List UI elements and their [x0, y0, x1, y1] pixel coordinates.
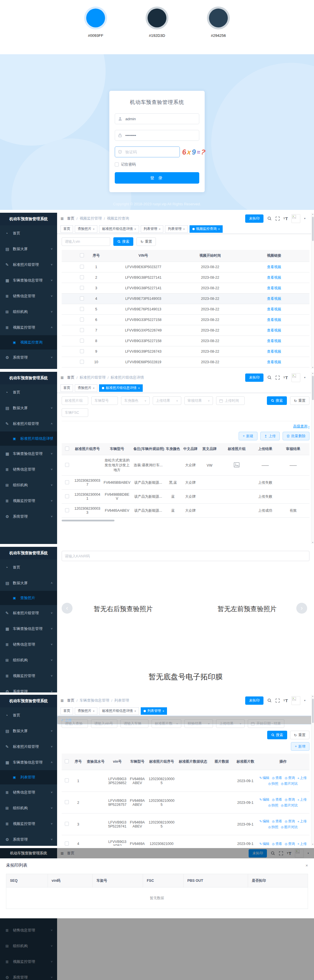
caret-down-icon[interactable]: ▾ — [304, 376, 305, 379]
caret-down-icon[interactable]: ▾ — [304, 699, 305, 702]
scroll-up-icon[interactable]: ▲ — [312, 213, 314, 215]
photo-link[interactable]: ◎拍照 — [268, 781, 278, 786]
breadcrumb-item[interactable]: 首页 — [67, 851, 75, 856]
vertical-scrollbar[interactable]: ▲▼ — [311, 695, 314, 846]
select-all-checkbox[interactable] — [65, 447, 69, 450]
sidebar-item-data-screen[interactable]: ▤ 数据大屏 ∨ — [0, 241, 57, 257]
pic-count-select[interactable]: 标准图片数∨ — [152, 719, 181, 728]
edit-link[interactable]: ✎编辑 — [260, 819, 270, 824]
sidebar-item-std-photo[interactable]: ✎ 标准照片组管理 ∨ — [0, 257, 57, 272]
tab-home[interactable]: 首页 — [60, 707, 73, 715]
row-checkbox[interactable] — [65, 822, 69, 826]
date-range-picker[interactable]: 开始日期 - 结束日期 — [248, 719, 284, 728]
font-size-icon[interactable]: T — [284, 375, 288, 380]
sidebar-item-org[interactable]: ⊞组织机构∨ — [0, 938, 57, 954]
view-video-link[interactable]: 查看视频 — [267, 360, 281, 364]
fullscreen-icon[interactable] — [276, 698, 280, 703]
search-icon[interactable] — [267, 698, 272, 703]
collapse-menu-icon[interactable]: ≡ — [60, 698, 63, 703]
audit-result-select[interactable]: 审核结果∨ — [184, 396, 213, 405]
caret-down-icon[interactable]: ▾ — [308, 852, 309, 854]
row-checkbox[interactable] — [80, 328, 84, 332]
row-checkbox[interactable] — [65, 480, 69, 484]
query-link[interactable]: ◎查询 — [285, 819, 295, 824]
view-video-link[interactable]: 查看视频 — [267, 286, 281, 290]
view-video-link[interactable]: 查看视频 — [267, 307, 281, 311]
fullscreen-icon[interactable] — [279, 851, 283, 856]
new-button[interactable]: +新建 — [239, 432, 257, 440]
view-video-link[interactable]: 查看视频 — [267, 265, 281, 269]
reset-button[interactable]: ↻重置 — [290, 396, 309, 405]
tab-video-query[interactable]: 视频监控查询× — [190, 225, 223, 233]
search-button[interactable]: 搜索 — [267, 396, 287, 405]
close-icon[interactable]: × — [162, 709, 164, 713]
scroll-down-icon[interactable]: ▼ — [312, 542, 314, 543]
avatar[interactable] — [292, 696, 300, 705]
add-button[interactable]: +新增 — [291, 742, 309, 751]
sidebar-item-home[interactable]: ◔首页 — [0, 707, 57, 723]
search-icon[interactable] — [271, 851, 275, 856]
search-button[interactable]: 搜索 — [267, 731, 287, 739]
scroll-down-icon[interactable]: ▼ — [312, 843, 314, 845]
sidebar-item-vehicle-check[interactable]: ▦车辆查验信息管理∨ — [0, 446, 57, 461]
row-checkbox[interactable] — [80, 286, 84, 290]
close-icon[interactable]: × — [183, 227, 185, 231]
close-icon[interactable]: × — [134, 227, 136, 231]
sidebar-item-std-detail[interactable]: ▣标准照片组信息详情 — [0, 431, 57, 446]
tab-list-mgmt[interactable]: 列表管理× — [141, 225, 163, 233]
collapse-menu-icon[interactable]: ≡ — [60, 375, 63, 380]
verify-result-select[interactable]: 校验结果∨ — [184, 719, 213, 728]
sidebar-item-home[interactable]: ◔首页 — [0, 559, 57, 575]
caret-down-icon[interactable]: ▾ — [304, 217, 305, 220]
sidebar-item-sales[interactable]: ≣销售信息管理∨ — [0, 461, 57, 477]
sidebar-item-list-mgmt[interactable]: ▣列表管理 — [0, 770, 57, 784]
tab-list-mgmt-2[interactable]: 列表管理× — [165, 225, 187, 233]
check-no-input[interactable] — [62, 719, 88, 728]
query-link[interactable]: ◎查询 — [285, 797, 295, 802]
close-icon[interactable]: × — [305, 863, 308, 868]
sidebar-item-std-photo[interactable]: ✎标准照片组管理∨ — [0, 739, 57, 754]
sidebar-item-video[interactable]: ≣视频监控管理∨ — [0, 816, 57, 832]
untraced-button[interactable]: 未拓印 — [249, 849, 267, 858]
scrollbar-thumb[interactable] — [312, 217, 314, 241]
tab-list-mgmt[interactable]: 列表管理× — [141, 707, 167, 715]
edit-link[interactable]: ✎编辑 — [260, 842, 270, 846]
fullscreen-icon[interactable] — [276, 375, 280, 380]
vertical-scrollbar[interactable]: ▲▼ — [311, 372, 314, 544]
tab-std-detail[interactable]: 标准照片组信息详情× — [99, 384, 143, 392]
vertical-scrollbar[interactable]: ▲▼ — [311, 213, 314, 369]
untraced-button[interactable]: 未拓印 — [245, 374, 263, 382]
sidebar-item-org[interactable]: ⊞组织机构∨ — [0, 477, 57, 493]
tab-home[interactable]: 首页 — [60, 225, 73, 233]
vin-input[interactable] — [91, 719, 117, 728]
carousel-next-button[interactable]: › — [296, 603, 307, 614]
model-input[interactable] — [91, 396, 118, 405]
avatar[interactable] — [292, 373, 300, 382]
row-checkbox[interactable] — [80, 296, 84, 301]
tab-std-detail[interactable]: 标准照片组信息详情× — [99, 225, 139, 233]
close-icon[interactable]: × — [93, 387, 95, 390]
reset-button[interactable]: ↻重置 — [290, 731, 309, 739]
close-icon[interactable]: × — [93, 227, 95, 231]
row-checkbox[interactable] — [65, 778, 69, 783]
captcha-field[interactable] — [125, 150, 176, 154]
avatar[interactable] — [292, 214, 300, 223]
row-checkbox[interactable] — [80, 339, 84, 343]
fullscreen-icon[interactable] — [276, 216, 280, 221]
close-icon[interactable]: × — [134, 709, 136, 713]
query-link[interactable]: ◎查询 — [285, 776, 295, 780]
tab-home[interactable]: 首页 — [60, 384, 73, 392]
sidebar-item-data-screen[interactable]: ▤数据大屏∨ — [0, 723, 57, 739]
upload-link[interactable]: +上传 — [297, 776, 306, 780]
search-button[interactable]: 搜索 — [113, 237, 133, 246]
upload-button[interactable]: ↥上传 — [260, 432, 280, 440]
sidebar-item-vehicle-check[interactable]: ▦ 车辆查验信息管理 ∨ — [0, 272, 57, 288]
breadcrumb-item[interactable]: 标准照片组管理 — [80, 375, 106, 380]
view-video-link[interactable]: 查看视频 — [267, 350, 281, 353]
collapse-menu-icon[interactable]: ≡ — [60, 851, 63, 856]
captcha-image[interactable]: 6 x 9 = ? — [182, 148, 205, 156]
close-icon[interactable]: × — [138, 387, 140, 390]
batch-delete-button[interactable]: 批量删除 — [282, 432, 309, 440]
select-all-checkbox[interactable] — [80, 253, 84, 257]
view-video-link[interactable]: 查看视频 — [267, 297, 281, 301]
